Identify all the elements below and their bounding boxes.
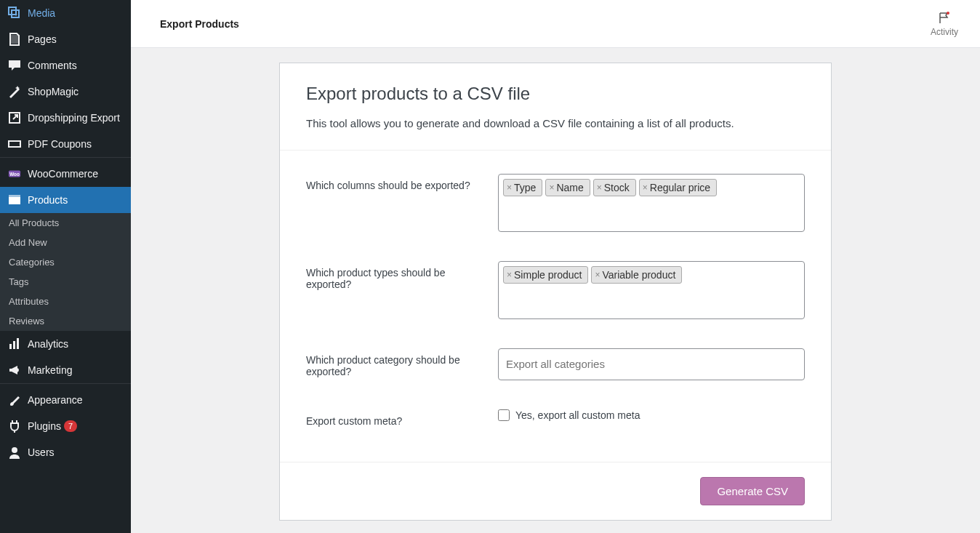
menu-label: Products (28, 194, 68, 206)
tag-name[interactable]: ×Name (545, 179, 590, 196)
columns-label: Which columns should be exported? (306, 174, 481, 191)
remove-icon[interactable]: × (595, 270, 600, 280)
menu-label: Users (28, 446, 55, 458)
page-title: Export Products (160, 18, 239, 30)
submenu-all-products[interactable]: All Products (0, 213, 131, 233)
meta-checkbox-text: Yes, export all custom meta (515, 409, 640, 421)
woo-icon: Woo (7, 167, 22, 181)
products-submenu: All Products Add New Categories Tags Att… (0, 213, 131, 331)
external-icon (7, 111, 22, 125)
tag-type[interactable]: ×Type (503, 179, 542, 196)
types-row: Which product types should be exported? … (306, 245, 805, 332)
topbar: Export Products Activity (131, 0, 980, 48)
submenu-add-new[interactable]: Add New (0, 233, 131, 252)
menu-comments[interactable]: Comments (0, 52, 131, 79)
menu-label: Media (28, 7, 55, 19)
remove-icon[interactable]: × (643, 183, 648, 193)
menu-marketing[interactable]: Marketing (0, 357, 131, 383)
menu-dropshipping[interactable]: Dropshipping Export (0, 105, 131, 131)
remove-icon[interactable]: × (507, 183, 512, 193)
svg-point-8 (12, 447, 17, 453)
tag-regular-price[interactable]: ×Regular price (639, 179, 717, 196)
ticket-icon (7, 137, 22, 151)
comment-icon (7, 58, 22, 73)
menu-woocommerce[interactable]: Woo WooCommerce (0, 161, 131, 187)
wand-icon (7, 84, 22, 99)
menu-plugins[interactable]: Plugins 7 (0, 413, 131, 439)
columns-row: Which columns should be exported? ×Type … (306, 158, 805, 245)
submenu-attributes[interactable]: Attributes (0, 292, 131, 311)
activity-label: Activity (931, 27, 958, 37)
page-icon (7, 32, 22, 47)
card-title: Export products to a CSV file (306, 84, 805, 104)
export-card: Export products to a CSV file This tool … (279, 63, 832, 521)
menu-label: Pages (28, 33, 57, 45)
menu-label: Dropshipping Export (28, 112, 120, 124)
remove-icon[interactable]: × (597, 183, 602, 193)
media-icon (7, 6, 22, 20)
columns-select[interactable]: ×Type ×Name ×Stock ×Regular price (498, 174, 805, 232)
menu-label: Comments (28, 60, 77, 71)
remove-icon[interactable]: × (507, 270, 512, 280)
menu-appearance[interactable]: Appearance (0, 387, 131, 413)
card-footer: Generate CSV (280, 462, 831, 520)
tag-variable-product[interactable]: ×Variable product (591, 266, 682, 284)
svg-rect-3 (9, 197, 20, 204)
svg-text:Woo: Woo (9, 172, 20, 177)
category-input[interactable] (503, 353, 800, 374)
types-label: Which product types should be exported? (306, 261, 481, 290)
meta-checkbox-label[interactable]: Yes, export all custom meta (498, 409, 805, 421)
user-icon (7, 445, 22, 460)
menu-shopmagic[interactable]: ShopMagic (0, 79, 131, 105)
remove-icon[interactable]: × (549, 183, 554, 193)
megaphone-icon (7, 363, 22, 377)
activity-icon (937, 11, 952, 25)
products-icon (7, 193, 22, 207)
menu-label: WooCommerce (28, 168, 98, 180)
menu-products[interactable]: Products (0, 187, 131, 213)
plugins-badge: 7 (64, 420, 77, 432)
meta-checkbox[interactable] (498, 409, 510, 421)
card-body: Which columns should be exported? ×Type … (280, 151, 831, 462)
menu-label: Analytics (28, 338, 68, 350)
brush-icon (7, 393, 22, 407)
generate-csv-button[interactable]: Generate CSV (700, 477, 805, 505)
svg-rect-6 (13, 341, 15, 349)
svg-rect-5 (9, 344, 12, 349)
svg-rect-4 (9, 195, 20, 197)
category-row: Which product category should be exporte… (306, 332, 805, 393)
submenu-tags[interactable]: Tags (0, 272, 131, 292)
menu-label: Plugins (28, 420, 61, 432)
card-description: This tool allows you to generate and dow… (306, 117, 805, 129)
menu-pdf-coupons[interactable]: PDF Coupons (0, 131, 131, 157)
meta-row: Export custom meta? Yes, export all cust… (306, 393, 805, 440)
types-select[interactable]: ×Simple product ×Variable product (498, 261, 805, 319)
svg-point-9 (947, 12, 949, 15)
meta-label: Export custom meta? (306, 409, 481, 427)
submenu-categories[interactable]: Categories (0, 252, 131, 272)
card-header: Export products to a CSV file This tool … (280, 63, 831, 151)
submenu-reviews[interactable]: Reviews (0, 311, 131, 331)
category-select[interactable] (498, 348, 805, 380)
admin-sidebar: Media Pages Comments ShopMagic Dropshipp… (0, 0, 131, 533)
stats-icon (7, 337, 22, 351)
tag-stock[interactable]: ×Stock (593, 179, 636, 196)
svg-point-0 (15, 14, 17, 16)
menu-analytics[interactable]: Analytics (0, 331, 131, 357)
menu-label: ShopMagic (28, 86, 79, 97)
category-label: Which product category should be exporte… (306, 348, 481, 377)
svg-rect-7 (17, 338, 19, 349)
tag-simple-product[interactable]: ×Simple product (503, 266, 588, 284)
plug-icon (7, 419, 22, 433)
content-area: Export products to a CSV file This tool … (131, 48, 980, 533)
menu-media[interactable]: Media (0, 0, 131, 26)
activity-button[interactable]: Activity (923, 11, 965, 37)
menu-users[interactable]: Users (0, 439, 131, 465)
main-area: Export Products Activity Export products… (131, 0, 980, 533)
menu-label: PDF Coupons (28, 138, 92, 150)
menu-label: Appearance (28, 394, 83, 406)
menu-pages[interactable]: Pages (0, 26, 131, 52)
menu-label: Marketing (28, 364, 72, 376)
